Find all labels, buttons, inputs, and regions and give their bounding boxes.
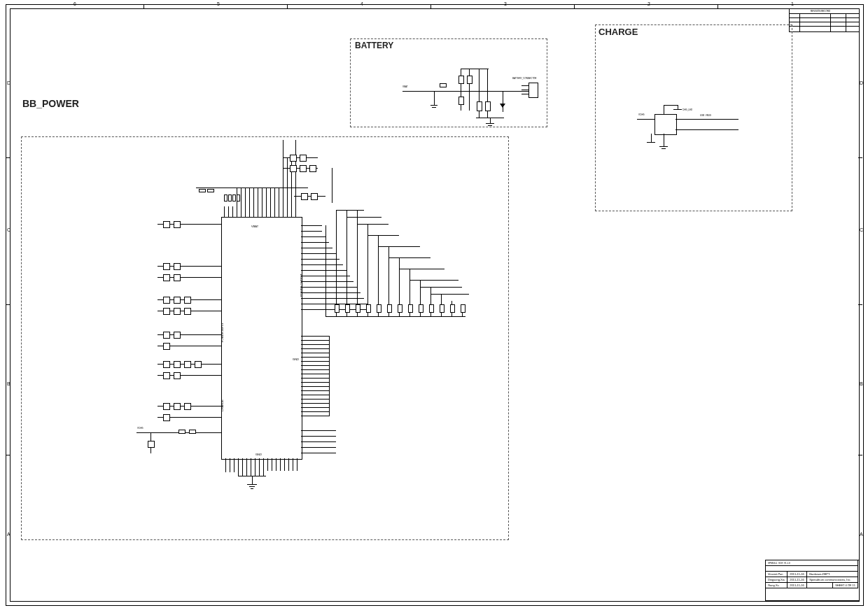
row-left-D: D	[7, 80, 10, 85]
chg-led-label: CHG_LED	[682, 108, 692, 111]
vchg-charge-label: VCHG	[638, 113, 645, 116]
title-block-table: SP8810-1_SCH_V1.1.0 Vincent.Pan 2011-11-…	[765, 560, 858, 588]
chip-vbat-label: VBAT	[251, 225, 258, 228]
batt-conn-label: BATTERY_CONNECTOR	[512, 77, 537, 80]
col-top-1: 1	[791, 1, 794, 6]
section-title-bb-power: BB_POWER	[22, 98, 79, 109]
row-right-A: A	[860, 532, 863, 537]
main-ic-body: VBAT GND POWER INPUT CHARGE POWER OUTPUT…	[221, 217, 302, 460]
row-left-B: B	[7, 381, 10, 386]
checker-name: Dingsong.Xia	[768, 578, 785, 581]
col-top-5: 5	[217, 1, 220, 6]
section-title-charge: CHARGE	[598, 27, 638, 37]
usb-vbus-label: USB_VBUS	[700, 114, 711, 117]
charge-box	[595, 24, 792, 211]
battery-box	[350, 38, 547, 127]
col-top-2: 2	[648, 1, 650, 6]
revision-block: REVISION RECORD	[789, 8, 860, 32]
row-left-A: A	[7, 532, 10, 537]
col-top-6: 6	[74, 1, 76, 6]
section-title-battery: BATTERY	[355, 41, 393, 50]
rev-header: REVISION RECORD	[811, 10, 830, 13]
vbat-net-label: VBAT	[402, 85, 408, 88]
col-top-3: 3	[504, 1, 507, 6]
filename: SP8810-1_SCH_V1.1.0	[768, 562, 790, 565]
row-right-C: C	[860, 227, 863, 232]
company: Spreadtrum communications, Inc.	[809, 578, 851, 581]
vchg-label: VCHG	[137, 427, 144, 430]
department: Hardware-DEPT.	[809, 572, 830, 576]
row-right-D: D	[860, 80, 863, 85]
chip-power-input: POWER INPUT	[220, 323, 224, 342]
chip-gnd-right: GND	[293, 358, 299, 361]
chip-gnd-label: GND	[255, 453, 262, 456]
designer-name: Vincent.Pan	[768, 572, 783, 576]
row-left-C: C	[7, 227, 10, 232]
approver-name: Gang.Xu	[768, 584, 779, 587]
schematic-sheet: 6 5 4 3 2 1 D C B A D C B A REVISI	[0, 0, 868, 608]
sheet-of: SHEET 4 OF 11	[835, 584, 855, 587]
date3: 2011-11-16	[790, 584, 804, 587]
row-right-B: B	[860, 381, 863, 386]
date2: 2011-11-16	[790, 578, 804, 581]
date1: 2011-11-16	[790, 572, 804, 576]
col-top-4: 4	[360, 1, 363, 6]
